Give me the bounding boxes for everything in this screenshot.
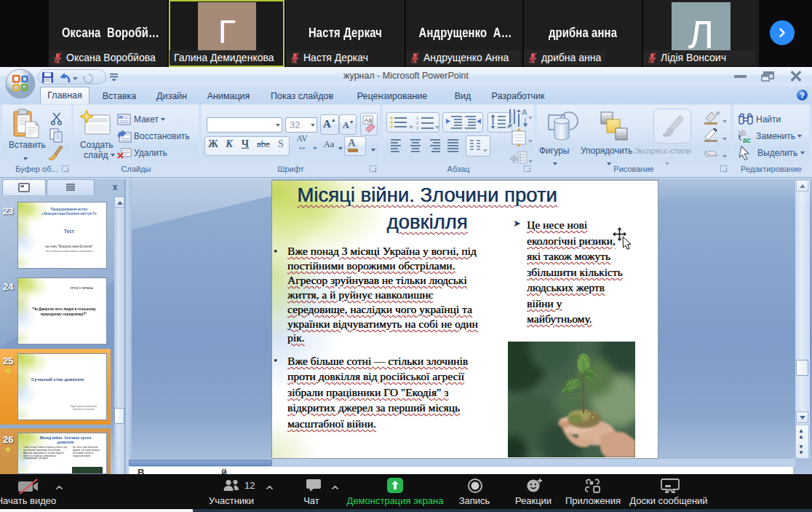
svg-text:Аа: Аа: [365, 117, 373, 124]
svg-text:?: ?: [800, 91, 805, 100]
svg-text:2: 2: [416, 121, 419, 125]
svg-text:A: A: [522, 108, 528, 117]
svg-text:1: 1: [416, 116, 419, 120]
svg-text:ac: ac: [743, 136, 752, 143]
svg-text:3: 3: [416, 126, 419, 130]
